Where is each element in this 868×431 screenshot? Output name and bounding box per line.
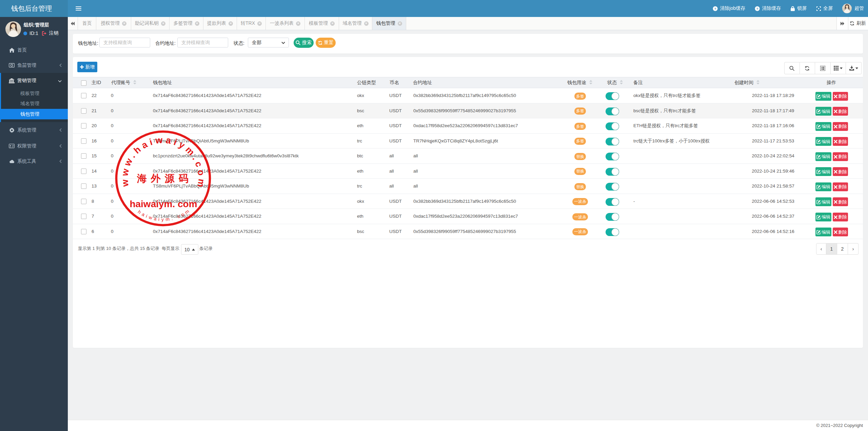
svg-text:?: ? [756, 6, 758, 10]
svg-text:?: ? [714, 6, 716, 10]
svg-text:海外源码: 海外源码 [137, 173, 193, 184]
svg-text:haiwaiym. com: haiwaiym. com [130, 199, 197, 209]
